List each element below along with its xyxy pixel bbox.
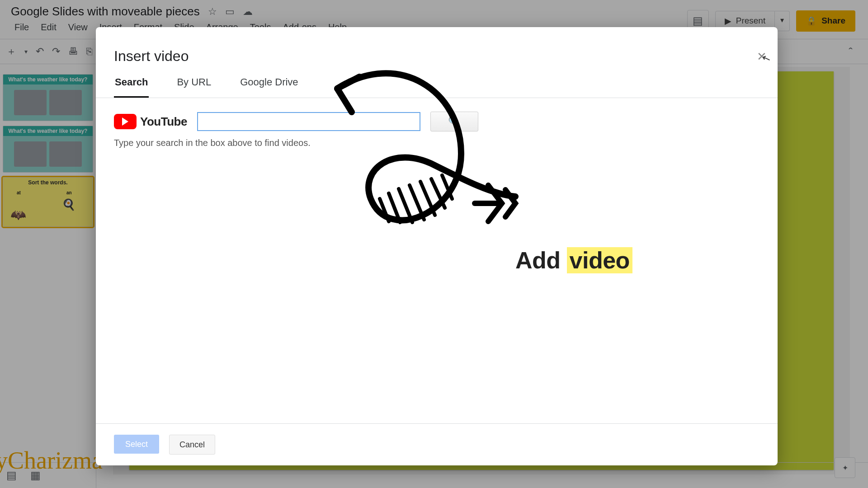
annotation-word-add: Add [515,247,567,273]
youtube-play-icon [114,114,137,129]
video-search-row: YouTube 🔍 [96,98,778,135]
cancel-button[interactable]: Cancel [169,435,215,455]
dialog-close-button[interactable]: ✕ ↖ [757,50,767,64]
youtube-logo: YouTube [114,114,187,129]
youtube-label: YouTube [140,115,187,129]
video-search-button[interactable]: 🔍 [430,112,478,131]
video-search-input[interactable] [197,112,420,131]
insert-video-dialog: Insert video ✕ ↖ Search By URL Google Dr… [96,27,778,465]
tab-google-drive[interactable]: Google Drive [239,76,299,98]
search-hint: Type your search in the box above to fin… [96,135,778,151]
tab-by-url[interactable]: By URL [176,76,212,98]
dialog-title: Insert video [96,27,778,69]
dialog-footer: Select Cancel [96,423,778,465]
annotation-word-video: video [567,247,632,273]
annotation-text: Add video [515,247,632,274]
select-button[interactable]: Select [114,435,159,454]
search-icon: 🔍 [448,116,460,127]
tab-search[interactable]: Search [114,76,149,98]
dialog-tabs: Search By URL Google Drive [96,69,778,98]
